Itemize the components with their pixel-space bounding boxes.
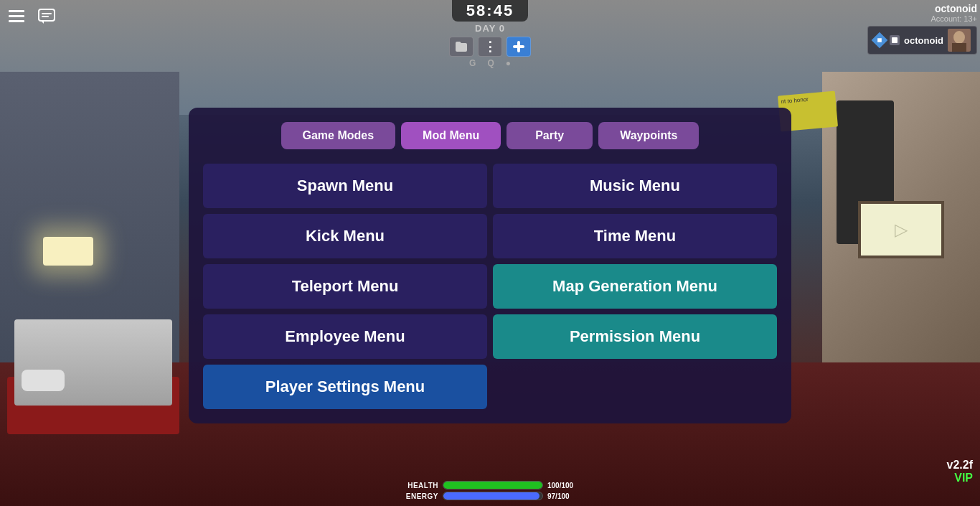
tab-mod-menu[interactable]: Mod Menu xyxy=(401,122,501,149)
kick-menu-button[interactable]: Kick Menu xyxy=(203,214,487,258)
svg-marker-9 xyxy=(875,36,883,44)
center-toolbar: ⋮ xyxy=(449,37,531,57)
svg-point-12 xyxy=(953,31,965,44)
top-bar: 58:45 DAY 0 ⋮ G Q ● octonoid xyxy=(0,0,980,86)
version-text: v2.2f xyxy=(947,459,973,472)
svg-rect-0 xyxy=(9,10,24,12)
center-hud: 58:45 DAY 0 ⋮ G Q ● xyxy=(449,0,531,68)
plus-toolbar-btn[interactable] xyxy=(507,37,531,57)
folder-toolbar-btn[interactable] xyxy=(449,37,473,57)
svg-rect-1 xyxy=(9,15,24,17)
diamond-icon xyxy=(872,32,888,49)
version-display: v2.2f VIP xyxy=(947,459,973,484)
energy-value: 97/100 xyxy=(547,492,579,500)
svg-rect-10 xyxy=(892,37,897,43)
svg-rect-5 xyxy=(42,16,49,17)
health-value: 100/100 xyxy=(547,482,579,489)
energy-bar-fill xyxy=(443,492,540,500)
hotkeys-row: G Q ● xyxy=(469,58,511,68)
map-generation-menu-button[interactable]: Map Generation Menu xyxy=(493,264,777,309)
chat-icon[interactable] xyxy=(36,6,57,27)
health-bar-row: HEALTH 100/100 xyxy=(401,481,579,489)
svg-rect-3 xyxy=(39,9,55,21)
energy-bar-bg xyxy=(443,492,543,500)
top-right: octonoid Account: 13+ octonoid xyxy=(867,3,977,55)
hotkey-dot: ● xyxy=(506,58,511,68)
svg-rect-4 xyxy=(42,13,52,14)
roblox-icon xyxy=(890,35,900,45)
tab-party[interactable]: Party xyxy=(507,122,593,149)
account-name: octonoid xyxy=(930,3,977,14)
profile-avatar xyxy=(948,29,971,52)
timer-display: 58:45 xyxy=(452,0,528,22)
svg-rect-13 xyxy=(952,43,966,52)
health-bar-bg xyxy=(443,481,543,489)
bg-screen: ▷ xyxy=(858,201,944,258)
account-info: octonoid Account: 13+ xyxy=(930,3,977,23)
day-display: DAY 0 xyxy=(475,23,505,34)
hotkey-g: G xyxy=(469,58,476,68)
bg-pillow xyxy=(22,370,65,391)
top-left-icons xyxy=(6,6,57,27)
account-sub: Account: 13+ xyxy=(930,14,977,23)
spawn-menu-button[interactable]: Spawn Menu xyxy=(203,164,487,208)
time-menu-button[interactable]: Time Menu xyxy=(493,214,777,258)
tab-row: Game Modes Mod Menu Party Waypoints xyxy=(203,122,777,149)
music-menu-button[interactable]: Music Menu xyxy=(493,164,777,208)
employee-menu-button[interactable]: Employee Menu xyxy=(203,314,487,359)
bg-bed xyxy=(14,319,172,406)
hotkey-q: Q xyxy=(487,58,494,68)
tab-waypoints[interactable]: Waypoints xyxy=(598,122,699,149)
svg-rect-2 xyxy=(9,20,24,22)
health-bar-fill xyxy=(443,482,542,489)
dots-toolbar-btn[interactable]: ⋮ xyxy=(478,37,502,57)
energy-bar-row: ENERGY 97/100 xyxy=(401,492,579,500)
hamburger-icon[interactable] xyxy=(6,6,27,27)
menu-panel: Game Modes Mod Menu Party Waypoints Spaw… xyxy=(189,108,791,423)
player-settings-menu-button[interactable]: Player Settings Menu xyxy=(203,365,487,409)
vip-text: VIP xyxy=(947,472,973,484)
svg-rect-8 xyxy=(513,45,524,48)
profile-name: octonoid xyxy=(904,35,943,46)
permission-menu-button[interactable]: Permission Menu xyxy=(493,314,777,359)
tab-game-modes[interactable]: Game Modes xyxy=(281,122,396,149)
bottom-hud: HEALTH 100/100 ENERGY 97/100 xyxy=(401,481,579,500)
health-label: HEALTH xyxy=(401,482,438,489)
teleport-menu-button[interactable]: Teleport Menu xyxy=(203,264,487,309)
menu-grid: Spawn Menu Music Menu Kick Menu Time Men… xyxy=(203,164,777,409)
energy-label: ENERGY xyxy=(401,492,438,500)
profile-bar[interactable]: octonoid xyxy=(867,26,977,55)
bg-light xyxy=(43,237,93,266)
